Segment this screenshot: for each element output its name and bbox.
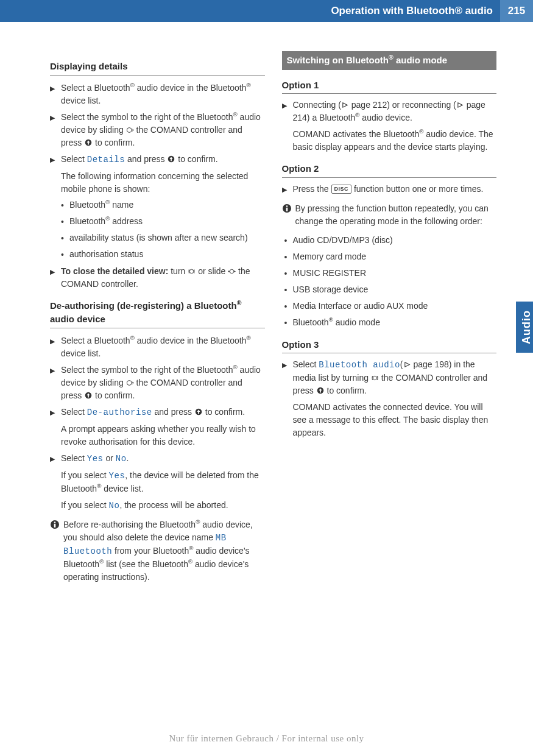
step-text: Select the symbol to the right of the Bl… bbox=[61, 111, 265, 149]
step-text: Connecting ( page 212) or reconnecting (… bbox=[293, 99, 497, 124]
left-column: Displaying details ▶ Select a Bluetooth®… bbox=[50, 51, 265, 590]
heading-option-3: Option 3 bbox=[282, 338, 497, 354]
bullet-list: •Audio CD/DVD/MP3 (disc) •Memory card mo… bbox=[284, 234, 497, 330]
bullet-item: •Bluetooth® name bbox=[61, 199, 265, 212]
step-followup: If you select Yes, the device will be de… bbox=[61, 469, 265, 495]
disc-key: DISC bbox=[331, 185, 352, 194]
info-note: Before re-authorising the Bluetooth® aud… bbox=[50, 518, 265, 584]
page-content: Displaying details ▶ Select a Bluetooth®… bbox=[0, 30, 533, 590]
xref-icon bbox=[456, 100, 464, 110]
step-followup: The following information concerning the… bbox=[61, 170, 265, 196]
step-icon: ▶ bbox=[282, 358, 293, 397]
step: ▶ Select the symbol to the right of the … bbox=[50, 111, 265, 149]
step-text: Select Yes or No. bbox=[61, 452, 265, 465]
step-text: Select Bluetooth audio( page 198) in the… bbox=[293, 358, 497, 397]
step-text: Select a Bluetooth® audio device in the … bbox=[61, 82, 265, 107]
step-followup: If you select No, the process will be ab… bbox=[61, 499, 265, 512]
step-text: To close the detailed view: turn or slid… bbox=[61, 265, 265, 291]
step-icon: ▶ bbox=[50, 452, 61, 465]
step-icon: ▶ bbox=[50, 265, 61, 291]
heading-switching-on: Switching on Bluetooth® audio mode bbox=[282, 51, 497, 70]
step-followup: A prompt appears asking whether you real… bbox=[61, 423, 265, 448]
ui-text-details: Details bbox=[87, 155, 125, 164]
step-text: Select a Bluetooth® audio device in the … bbox=[61, 334, 265, 360]
step-icon: ▶ bbox=[50, 82, 61, 107]
footer-watermark: Nur für internen Gebrauch / For internal… bbox=[0, 732, 533, 746]
bullet-item: •Media Interface or audio AUX mode bbox=[284, 300, 497, 313]
step-text: Select De-authorise and press to con­fir… bbox=[61, 406, 265, 419]
step-icon: ▶ bbox=[50, 153, 61, 166]
step-icon: ▶ bbox=[282, 183, 293, 196]
ui-text-no: No bbox=[116, 454, 127, 464]
info-note: By pressing the function button repeat­e… bbox=[282, 202, 497, 228]
info-icon bbox=[282, 202, 295, 228]
step-icon: ▶ bbox=[50, 406, 61, 419]
step: ▶ Select the symbol to the right of the … bbox=[50, 364, 265, 402]
xref-icon bbox=[403, 359, 411, 369]
step-text: Press the DISC function button one or mo… bbox=[293, 183, 497, 196]
slide-lr-icon bbox=[228, 266, 236, 276]
step: ▶ Select a Bluetooth® audio device in th… bbox=[50, 334, 265, 360]
slide-right-icon bbox=[126, 125, 134, 135]
page-header: Operation with Bluetooth® audio 215 bbox=[0, 0, 533, 30]
step-icon: ▶ bbox=[282, 99, 293, 124]
step: ▶ Select a Bluetooth® audio device in th… bbox=[50, 82, 265, 107]
turn-icon bbox=[188, 266, 196, 276]
bullet-item: •Audio CD/DVD/MP3 (disc) bbox=[284, 234, 497, 247]
slide-right-icon bbox=[126, 378, 134, 387]
heading-deauthorising: De-authorising (de-registering) a Blue­t… bbox=[50, 299, 265, 328]
step: ▶ To close the detailed view: turn or sl… bbox=[50, 265, 265, 291]
heading-option-2: Option 2 bbox=[282, 162, 497, 178]
heading-option-1: Option 1 bbox=[282, 79, 497, 94]
heading-displaying-details: Displaying details bbox=[50, 60, 265, 76]
turn-icon bbox=[371, 373, 379, 383]
bullet-item: •authorisation status bbox=[61, 248, 265, 261]
step: ▶ Select Yes or No. bbox=[50, 452, 265, 465]
press-icon bbox=[316, 386, 325, 395]
right-column: Switching on Bluetooth® audio mode Optio… bbox=[282, 51, 497, 590]
xref-icon bbox=[341, 100, 349, 110]
section-tab-audio: Audio bbox=[516, 302, 533, 353]
bullet-item: •Bluetooth® address bbox=[61, 215, 265, 228]
bullet-item: •Memory card mode bbox=[284, 250, 497, 264]
step-icon: ▶ bbox=[50, 111, 61, 149]
press-icon bbox=[194, 407, 203, 417]
bullet-list: •Bluetooth® name •Bluetooth® address •av… bbox=[61, 199, 265, 261]
bullet-item: •Bluetooth® audio mode bbox=[284, 316, 497, 330]
step-followup: COMAND activates the connected device. Y… bbox=[293, 401, 497, 439]
ui-text-bluetooth-audio: Bluetooth audio bbox=[319, 360, 400, 370]
step-followup: COMAND activates the Bluetooth® audio de… bbox=[293, 128, 497, 154]
step-text: Select Details and press to confirm. bbox=[61, 153, 265, 166]
step-icon: ▶ bbox=[50, 364, 61, 402]
info-text: By pressing the function button repeat­e… bbox=[295, 202, 497, 228]
step: ▶ Press the DISC function button one or … bbox=[282, 183, 497, 196]
step: ▶ Select Bluetooth audio( page 198) in t… bbox=[282, 358, 497, 397]
ui-text-deauthorise: De-authorise bbox=[87, 408, 152, 417]
bullet-item: •MUSIC REGISTER bbox=[284, 267, 497, 280]
step-text: Select the symbol to the right of the Bl… bbox=[61, 364, 265, 402]
step: ▶ Connecting ( page 212) or reconnecting… bbox=[282, 99, 497, 124]
bullet-item: •USB storage device bbox=[284, 283, 497, 297]
step: ▶ Select De-authorise and press to con­f… bbox=[50, 406, 265, 419]
info-text: Before re-authorising the Bluetooth® aud… bbox=[63, 518, 265, 584]
step: ▶ Select Details and press to confirm. bbox=[50, 153, 265, 166]
info-icon bbox=[50, 518, 63, 584]
press-icon bbox=[84, 138, 93, 147]
press-icon bbox=[167, 154, 175, 164]
bullet-item: •availability status (is shown after a n… bbox=[61, 231, 265, 245]
press-icon bbox=[84, 390, 93, 400]
step-icon: ▶ bbox=[50, 334, 61, 360]
ui-text-yes: Yes bbox=[87, 454, 104, 464]
page-number: 215 bbox=[500, 0, 533, 22]
header-title: Operation with Bluetooth® audio bbox=[331, 3, 500, 19]
